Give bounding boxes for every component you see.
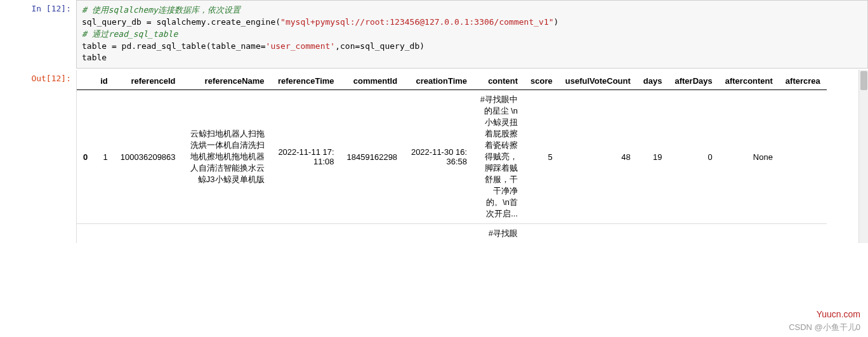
- cell-aftercrea: [779, 90, 827, 224]
- table-header-row: id referenceId referenceName referenceTi…: [77, 72, 827, 90]
- output-prompt: Out[12]:: [0, 70, 76, 83]
- code-line-2b: "mysql+pymysql://root:123456@127.0.0.1:3…: [280, 17, 553, 27]
- cell-content-partial: #寻找眼: [473, 224, 524, 244]
- cell-content-partial-text: #寻找眼: [480, 228, 518, 239]
- cell-days: 19: [637, 90, 669, 224]
- cell-usefulVoteCount: 48: [559, 90, 637, 224]
- code-line-2c: ): [554, 17, 559, 27]
- cell-referenceName: 云鲸扫地机器人扫拖洗烘一体机自清洗扫地机擦地机拖地机器人自清洁智能换水云鲸J3小…: [182, 90, 271, 224]
- cell-id: 1: [94, 90, 114, 224]
- scrollbar-thumb[interactable]: [860, 71, 867, 90]
- col-referenceName: referenceName: [182, 72, 271, 90]
- cell-referenceTime-text: 2022-11-11 17:11:08: [277, 147, 334, 166]
- cell-aftercontent: None: [719, 90, 779, 224]
- col-commentId: commentId: [341, 72, 404, 90]
- col-referenceId: referenceId: [114, 72, 182, 90]
- col-days: days: [637, 72, 669, 90]
- col-id: id: [94, 72, 114, 90]
- cell-creationTime: 2022-11-30 16:36:58: [404, 90, 473, 224]
- code-line-5: table: [82, 53, 107, 62]
- cell-referenceName-text: 云鲸扫地机器人扫拖洗烘一体机自清洗扫地机擦地机拖地机器人自清洁智能换水云鲸J3小…: [188, 128, 265, 185]
- cell-commentId: 18459162298: [341, 90, 404, 224]
- output-cell[interactable]: id referenceId referenceName referenceTi…: [76, 70, 868, 243]
- col-usefulVoteCount: usefulVoteCount: [559, 72, 637, 90]
- col-afterDays: afterDays: [668, 72, 718, 90]
- cell-score: 5: [524, 90, 559, 224]
- code-input-cell[interactable]: # 使用sqlalchemy连接数据库，依次设置 sql_query_db = …: [76, 0, 868, 69]
- table-row: 0 1 100036209863 云鲸扫地机器人扫拖洗烘一体机自清洗扫地机擦地机…: [77, 90, 827, 224]
- code-line-4b: 'user_comment': [266, 41, 336, 51]
- col-referenceTime: referenceTime: [271, 72, 341, 90]
- cell-creationTime-text: 2022-11-30 16:36:58: [410, 147, 467, 166]
- input-prompt: In [12]:: [0, 0, 76, 13]
- col-aftercontent: aftercontent: [719, 72, 779, 90]
- cell-afterDays: 0: [668, 90, 718, 224]
- col-aftercrea: aftercrea: [779, 72, 827, 90]
- col-content: content: [473, 72, 524, 90]
- dataframe-table: id referenceId referenceName referenceTi…: [77, 72, 827, 243]
- code-comment-2: # 通过read_sql_table: [82, 29, 178, 39]
- code-line-4a: table = pd.read_sql_table(table_name=: [82, 41, 266, 51]
- cell-referenceTime: 2022-11-11 17:11:08: [271, 90, 341, 224]
- col-index: [77, 72, 94, 90]
- table-row: #寻找眼: [77, 224, 827, 244]
- cell-content: #寻找眼中的星尘 \n小鲸灵扭着屁股擦着瓷砖擦得贼亮，脚踩着贼舒服，干干净净的。…: [473, 90, 524, 224]
- cell-index: 0: [77, 90, 94, 224]
- code-line-4c: ,con=sql_query_db): [335, 41, 424, 51]
- cell-referenceId: 100036209863: [114, 90, 182, 224]
- cell-content-text: #寻找眼中的星尘 \n小鲸灵扭着屁股擦着瓷砖擦得贼亮，脚踩着贼舒服，干干净净的。…: [480, 94, 518, 220]
- col-score: score: [524, 72, 559, 90]
- code-line-2a: sql_query_db = sqlalchemy.create_engine(: [82, 17, 280, 27]
- code-comment-1: # 使用sqlalchemy连接数据库，依次设置: [82, 5, 240, 15]
- vertical-scrollbar[interactable]: [858, 70, 868, 243]
- col-creationTime: creationTime: [404, 72, 473, 90]
